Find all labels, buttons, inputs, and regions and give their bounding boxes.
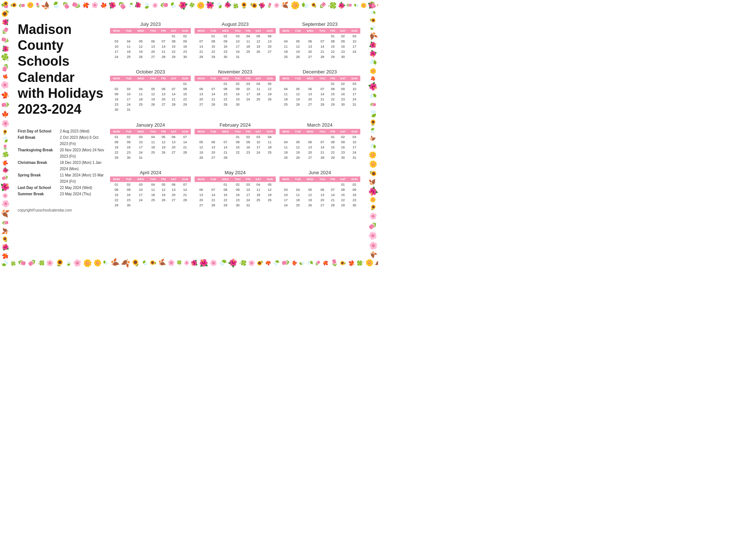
event-row: Last Day of School22 May 2024 (Wed): [18, 185, 106, 191]
calendar-day: [207, 134, 219, 140]
table-row: 25262728293031: [279, 155, 360, 160]
calendar-table: MONTUEWEDTHUFRISATSUN0102030405060708091…: [279, 129, 360, 160]
calendar-table: MONTUEWEDTHUFRISATSUN0102030405060708091…: [195, 28, 275, 59]
day-header: TUE: [123, 28, 134, 34]
calendar-day: [179, 155, 191, 160]
day-header: THU: [317, 28, 328, 34]
calendar-day: 24: [348, 150, 360, 155]
calendar-day: 24: [134, 197, 147, 203]
calendar-day: 19: [292, 49, 304, 54]
calendar-day: 02: [123, 182, 134, 187]
table-row: 20212223242526: [195, 197, 275, 203]
page: 🌷🌻🌷🌼🌷🍂🍃🌷🌷🍁🌸🍁🌺🌷🍃🌺🍃🌸🌷🍃🌺🍀🌼🌺🍃🌺🍀🌻🌻🌺🌷🌸🍂🌼🍃🌻🌷🍀🌺🌷…: [0, 0, 378, 268]
table-row: 24252627282930: [279, 203, 360, 208]
month-block: March 2024MONTUEWEDTHUFRISATSUN010203040…: [279, 122, 360, 165]
calendar-day: 24: [232, 49, 243, 54]
calendar-day: 29: [328, 102, 337, 107]
table-row: 10111213141516: [110, 44, 191, 49]
calendar-day: 28: [317, 102, 328, 107]
day-header: SAT: [253, 76, 264, 81]
table-row: 05060708091011: [195, 140, 275, 145]
calendar-day: 12: [303, 192, 316, 197]
calendar-day: 08: [179, 86, 191, 92]
calendar-day: 02: [219, 34, 232, 39]
calendar-day: 15: [328, 44, 337, 49]
calendar-day: [303, 182, 316, 187]
calendar-day: 18: [244, 44, 253, 49]
calendar-day: 14: [317, 44, 328, 49]
calendar-day: 27: [303, 54, 316, 59]
month-title: September 2023: [279, 21, 360, 27]
day-header: SUN: [348, 28, 360, 34]
calendar-day: 01: [232, 134, 243, 140]
calendar-day: [244, 102, 253, 107]
calendar-day: 09: [123, 187, 134, 192]
calendar-day: 22: [110, 197, 123, 203]
day-header: WED: [303, 76, 316, 81]
calendar-day: 19: [159, 145, 168, 150]
calendar-day: 18: [279, 49, 292, 54]
table-row: 03040506070809: [279, 187, 360, 192]
day-header: SUN: [179, 28, 191, 34]
calendar-day: 12: [253, 39, 264, 44]
calendar-day: 15: [179, 92, 191, 97]
calendar-day: 12: [264, 86, 275, 92]
calendar-day: 23: [110, 102, 123, 107]
month-title: August 2023: [195, 21, 275, 27]
calendar-day: [317, 134, 328, 140]
border-left: 🌻🌻🌺🌷🌷🌺🍀🌷🍁🌸🍁🌷🍁🌸🌻🍃🌷🍀🍁🌺🌷🌺🌸🌸🍂🌷🍂🌻🌺🍁: [0, 0, 10, 268]
day-header: SUN: [179, 129, 191, 134]
calendar-day: [253, 155, 264, 160]
calendar-day: 05: [195, 140, 207, 145]
calendar-day: 18: [264, 145, 275, 150]
day-header: THU: [317, 129, 328, 134]
calendar-day: 21: [179, 192, 191, 197]
calendar-day: 07: [168, 86, 179, 92]
day-header: FRI: [159, 176, 168, 182]
day-header: SAT: [168, 129, 179, 134]
calendar-day: [147, 107, 159, 112]
calendar-day: [303, 34, 316, 39]
calendar-day: 25: [253, 197, 264, 203]
calendar-day: [168, 107, 179, 112]
calendar-day: [264, 203, 275, 208]
event-row: First Day of School2 Aug 2023 (Wed): [18, 128, 106, 134]
calendar-day: 08: [110, 187, 123, 192]
table-row: 0102030405: [195, 182, 275, 187]
calendar-day: 04: [253, 81, 264, 86]
calendar-day: 29: [168, 54, 179, 59]
day-header: WED: [134, 76, 147, 81]
calendar-day: 19: [253, 44, 264, 49]
calendar-day: [303, 134, 316, 140]
table-row: 252627282930: [279, 54, 360, 59]
calendar-day: 26: [292, 155, 304, 160]
calendar-day: [264, 155, 275, 160]
month-block: August 2023MONTUEWEDTHUFRISATSUN01020304…: [195, 21, 275, 64]
calendar-day: 26: [159, 197, 168, 203]
calendar-day: 17: [253, 145, 264, 150]
day-header: MON: [279, 176, 292, 182]
calendar-day: 07: [207, 187, 219, 192]
calendar-day: 15: [328, 92, 337, 97]
calendar-day: 02: [337, 134, 348, 140]
calendar-day: 02: [244, 134, 253, 140]
table-row: 04050607080910: [279, 39, 360, 44]
day-header: THU: [232, 28, 243, 34]
calendar-day: 24: [134, 150, 147, 155]
calendar-day: 12: [159, 187, 168, 192]
table-row: 15161718192021: [110, 192, 191, 197]
calendar-day: 06: [147, 39, 159, 44]
calendar-day: 05: [264, 81, 275, 86]
calendar-day: [147, 155, 159, 160]
calendar-day: 18: [123, 49, 134, 54]
calendar-day: 08: [328, 39, 337, 44]
calendar-day: 26: [303, 203, 316, 208]
table-row: 04050607080910: [279, 140, 360, 145]
calendar-day: 03: [134, 182, 147, 187]
calendar-day: 23: [244, 150, 253, 155]
calendar-day: 06: [303, 86, 316, 92]
calendar-day: 14: [168, 92, 179, 97]
day-header: FRI: [159, 28, 168, 34]
table-row: 01020304050607: [110, 134, 191, 140]
calendar-day: 20: [303, 49, 316, 54]
